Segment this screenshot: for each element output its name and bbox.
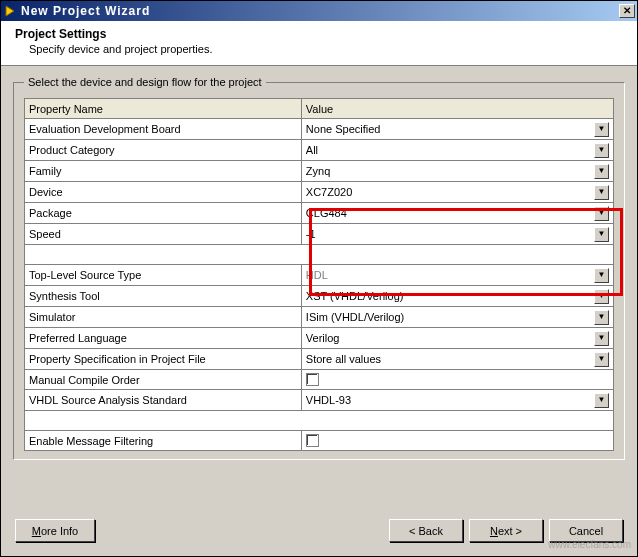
- table-row: Device XC7Z020 ▼: [25, 182, 614, 203]
- chevron-down-icon[interactable]: ▼: [594, 164, 609, 179]
- prop-name: Simulator: [25, 307, 302, 328]
- prop-name: Speed: [25, 224, 302, 245]
- table-row: Speed -1 ▼: [25, 224, 614, 245]
- footer-bar: More Info < Back Next > Cancel: [1, 509, 637, 556]
- combo-product-category[interactable]: All ▼: [306, 142, 609, 158]
- prop-value: XST (VHDL/Verilog) ▼: [301, 286, 613, 307]
- more-info-button[interactable]: More Info: [15, 519, 95, 542]
- group-legend: Select the device and design flow for th…: [24, 76, 266, 88]
- app-icon: [3, 4, 17, 18]
- table-row: VHDL Source Analysis Standard VHDL-93 ▼: [25, 390, 614, 411]
- combo-simulator[interactable]: ISim (VHDL/Verilog) ▼: [306, 309, 609, 325]
- chevron-down-icon[interactable]: ▼: [594, 393, 609, 408]
- table-row: Evaluation Development Board None Specif…: [25, 119, 614, 140]
- table-row: Enable Message Filtering: [25, 431, 614, 451]
- prop-name: Enable Message Filtering: [25, 431, 302, 451]
- combo-package[interactable]: CLG484 ▼: [306, 205, 609, 221]
- combo-family[interactable]: Zynq ▼: [306, 163, 609, 179]
- table-row: Product Category All ▼: [25, 140, 614, 161]
- chevron-down-icon[interactable]: ▼: [594, 185, 609, 200]
- table-spacer: [25, 245, 614, 265]
- checkbox-manual-compile-order[interactable]: [306, 373, 319, 386]
- combo-preferred-language[interactable]: Verilog ▼: [306, 330, 609, 346]
- chevron-down-icon[interactable]: ▼: [594, 227, 609, 242]
- prop-name: Preferred Language: [25, 328, 302, 349]
- table-header-row: Property Name Value: [25, 99, 614, 119]
- combo-vhdl-standard[interactable]: VHDL-93 ▼: [306, 392, 609, 408]
- chevron-down-icon[interactable]: ▼: [594, 310, 609, 325]
- table-row: Simulator ISim (VHDL/Verilog) ▼: [25, 307, 614, 328]
- svg-marker-0: [6, 6, 14, 16]
- table-row: Top-Level Source Type HDL ▼: [25, 265, 614, 286]
- col-value: Value: [301, 99, 613, 119]
- prop-value: Verilog ▼: [301, 328, 613, 349]
- prop-value: Store all values ▼: [301, 349, 613, 370]
- accel-m: M: [32, 525, 41, 537]
- table-row: Synthesis Tool XST (VHDL/Verilog) ▼: [25, 286, 614, 307]
- prop-name: Evaluation Development Board: [25, 119, 302, 140]
- prop-value: [301, 370, 613, 390]
- close-button[interactable]: ✕: [619, 4, 635, 18]
- page-subtitle: Specify device and project properties.: [29, 43, 623, 55]
- prop-name: Top-Level Source Type: [25, 265, 302, 286]
- device-group: Select the device and design flow for th…: [13, 76, 625, 460]
- combo-speed[interactable]: -1 ▼: [306, 226, 609, 242]
- prop-value: -1 ▼: [301, 224, 613, 245]
- chevron-down-icon[interactable]: ▼: [594, 352, 609, 367]
- table-row: Package CLG484 ▼: [25, 203, 614, 224]
- prop-name: Product Category: [25, 140, 302, 161]
- chevron-down-icon[interactable]: ▼: [594, 122, 609, 137]
- header-panel: Project Settings Specify device and proj…: [1, 21, 637, 66]
- next-rest: ext >: [498, 525, 522, 537]
- prop-name: VHDL Source Analysis Standard: [25, 390, 302, 411]
- prop-name: Property Specification in Project File: [25, 349, 302, 370]
- prop-value: HDL ▼: [301, 265, 613, 286]
- table-row: Manual Compile Order: [25, 370, 614, 390]
- prop-value: CLG484 ▼: [301, 203, 613, 224]
- prop-value: [301, 431, 613, 451]
- chevron-down-icon[interactable]: ▼: [594, 206, 609, 221]
- accel-n: N: [490, 525, 498, 537]
- page-title: Project Settings: [15, 27, 623, 41]
- checkbox-enable-message-filtering[interactable]: [306, 434, 319, 447]
- chevron-down-icon[interactable]: ▼: [594, 331, 609, 346]
- cancel-button[interactable]: Cancel: [549, 519, 623, 542]
- combo-synthesis-tool[interactable]: XST (VHDL/Verilog) ▼: [306, 288, 609, 304]
- chevron-down-icon[interactable]: ▼: [594, 268, 609, 283]
- table-row: Preferred Language Verilog ▼: [25, 328, 614, 349]
- col-property-name: Property Name: [25, 99, 302, 119]
- prop-name: Family: [25, 161, 302, 182]
- prop-name: Manual Compile Order: [25, 370, 302, 390]
- back-button[interactable]: < Back: [389, 519, 463, 542]
- prop-value: None Specified ▼: [301, 119, 613, 140]
- body-panel: Select the device and design flow for th…: [1, 66, 637, 468]
- titlebar: New Project Wizard ✕: [1, 1, 637, 21]
- next-button[interactable]: Next >: [469, 519, 543, 542]
- combo-eval-board[interactable]: None Specified ▼: [306, 121, 609, 137]
- table-spacer: [25, 411, 614, 431]
- combo-top-level-source[interactable]: HDL ▼: [306, 267, 609, 283]
- more-info-rest: ore Info: [41, 525, 78, 537]
- prop-name: Synthesis Tool: [25, 286, 302, 307]
- chevron-down-icon[interactable]: ▼: [594, 289, 609, 304]
- prop-value: Zynq ▼: [301, 161, 613, 182]
- chevron-down-icon[interactable]: ▼: [594, 143, 609, 158]
- table-row: Property Specification in Project File S…: [25, 349, 614, 370]
- prop-value: ISim (VHDL/Verilog) ▼: [301, 307, 613, 328]
- wizard-window: New Project Wizard ✕ Project Settings Sp…: [0, 0, 638, 557]
- combo-device[interactable]: XC7Z020 ▼: [306, 184, 609, 200]
- prop-value: XC7Z020 ▼: [301, 182, 613, 203]
- properties-table: Property Name Value Evaluation Developme…: [24, 98, 614, 451]
- table-row: Family Zynq ▼: [25, 161, 614, 182]
- prop-value: All ▼: [301, 140, 613, 161]
- combo-property-spec[interactable]: Store all values ▼: [306, 351, 609, 367]
- prop-name: Device: [25, 182, 302, 203]
- prop-name: Package: [25, 203, 302, 224]
- prop-value: VHDL-93 ▼: [301, 390, 613, 411]
- window-title: New Project Wizard: [21, 4, 619, 18]
